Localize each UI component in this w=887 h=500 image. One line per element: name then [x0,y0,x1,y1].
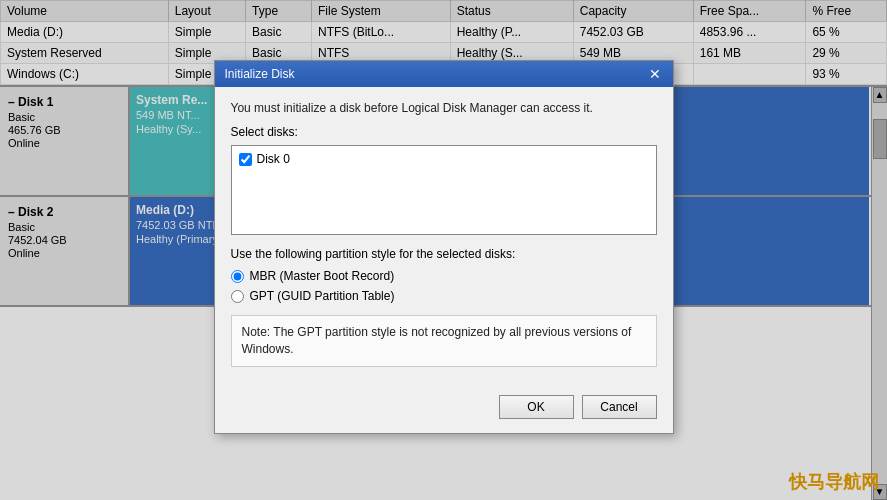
dialog-description: You must initialize a disk before Logica… [231,101,657,115]
disk-list-box[interactable]: Disk 0 [231,145,657,235]
dialog-body: You must initialize a disk before Logica… [215,87,673,395]
gpt-label: GPT (GUID Partition Table) [250,289,395,303]
note-prefix: Note: [242,325,274,339]
dialog-titlebar: Initialize Disk ✕ [215,61,673,87]
gpt-radio[interactable] [231,290,244,303]
partition-style-label: Use the following partition style for th… [231,247,657,261]
ok-button[interactable]: OK [499,395,574,419]
mbr-option[interactable]: MBR (Master Boot Record) [231,269,657,283]
mbr-label: MBR (Master Boot Record) [250,269,395,283]
dialog-title: Initialize Disk [225,67,295,81]
partition-style-options: MBR (Master Boot Record) GPT (GUID Parti… [231,269,657,303]
dialog-close-button[interactable]: ✕ [647,67,663,81]
select-disks-label: Select disks: [231,125,657,139]
disk-0-label: Disk 0 [257,152,290,166]
note-text: The GPT partition style is not recognize… [242,325,632,356]
disk-0-checkbox[interactable] [239,153,252,166]
mbr-radio[interactable] [231,270,244,283]
dialog-buttons: OK Cancel [215,395,673,433]
disk-list-item-0[interactable]: Disk 0 [236,150,652,168]
gpt-option[interactable]: GPT (GUID Partition Table) [231,289,657,303]
modal-overlay: Initialize Disk ✕ You must initialize a … [0,0,887,500]
initialize-disk-dialog: Initialize Disk ✕ You must initialize a … [214,60,674,434]
note-box: Note: The GPT partition style is not rec… [231,315,657,367]
cancel-button[interactable]: Cancel [582,395,657,419]
